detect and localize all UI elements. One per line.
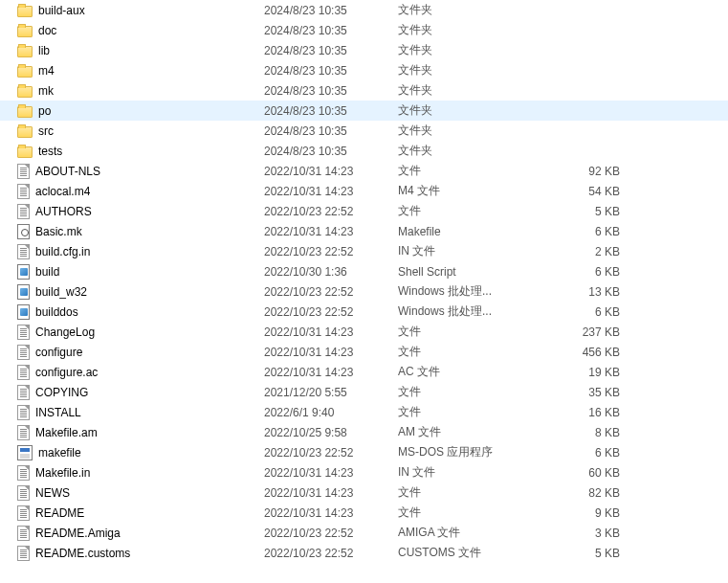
file-name: INSTALL	[35, 406, 81, 419]
file-row[interactable]: builddos2022/10/23 22:52Windows 批处理...6 …	[0, 302, 728, 322]
file-name-cell[interactable]: lib	[17, 44, 264, 57]
file-row[interactable]: Makefile.am2022/10/25 9:58AM 文件8 KB	[0, 422, 728, 442]
file-icon	[17, 385, 30, 400]
script-file-icon	[17, 284, 30, 300]
file-name-cell[interactable]: README	[17, 505, 264, 521]
file-icon	[17, 546, 30, 561]
file-name: mk	[38, 84, 54, 98]
file-size: 60 KB	[551, 466, 628, 480]
file-date: 2022/10/31 14:23	[264, 506, 398, 520]
file-row[interactable]: NEWS2022/10/31 14:23文件82 KB	[0, 482, 728, 503]
folder-icon	[17, 106, 33, 118]
file-date: 2022/10/23 22:52	[264, 305, 398, 319]
file-type: AM 文件	[398, 424, 551, 440]
file-row[interactable]: ChangeLog2022/10/31 14:23文件237 KB	[0, 322, 728, 342]
file-type: Shell Script	[398, 265, 551, 279]
file-row[interactable]: AUTHORS2022/10/23 22:52文件5 KB	[0, 201, 728, 221]
file-row[interactable]: README.customs2022/10/23 22:52CUSTOMS 文件…	[0, 543, 728, 563]
file-list[interactable]: build-aux2024/8/23 10:35文件夹doc2024/8/23 …	[0, 0, 728, 563]
file-name-cell[interactable]: configure.ac	[17, 365, 264, 380]
file-name: AUTHORS	[35, 205, 92, 218]
file-type: 文件	[398, 203, 551, 219]
file-row[interactable]: po2024/8/23 10:35文件夹	[0, 101, 728, 121]
file-size: 456 KB	[551, 346, 628, 359]
file-name-cell[interactable]: tests	[17, 145, 264, 158]
file-type: 文件夹	[398, 62, 551, 78]
file-name-cell[interactable]: Makefile.am	[17, 425, 264, 440]
file-name: lib	[38, 44, 50, 57]
file-size: 3 KB	[551, 527, 628, 540]
settings-file-icon	[17, 224, 30, 239]
file-type: 文件	[398, 484, 551, 501]
file-name-cell[interactable]: Basic.mk	[17, 224, 264, 239]
file-type: AMIGA 文件	[398, 525, 551, 541]
file-row[interactable]: README2022/10/31 14:23文件9 KB	[0, 503, 728, 523]
file-size: 92 KB	[551, 165, 628, 178]
file-name-cell[interactable]: po	[17, 104, 264, 118]
file-date: 2022/10/31 14:23	[264, 185, 398, 198]
file-type: 文件夹	[398, 123, 551, 139]
file-date: 2024/8/23 10:35	[264, 4, 398, 17]
file-row[interactable]: doc2024/8/23 10:35文件夹	[0, 20, 728, 40]
file-name-cell[interactable]: ChangeLog	[17, 325, 264, 340]
file-name-cell[interactable]: mk	[17, 84, 264, 98]
file-row[interactable]: m42024/8/23 10:35文件夹	[0, 60, 728, 80]
file-name-cell[interactable]: Makefile.in	[17, 465, 264, 481]
file-row[interactable]: Basic.mk2022/10/31 14:23Makefile6 KB	[0, 221, 728, 241]
file-name-cell[interactable]: m4	[17, 64, 264, 78]
file-row[interactable]: Makefile.in2022/10/31 14:23IN 文件60 KB	[0, 462, 728, 482]
file-row[interactable]: INSTALL2022/6/1 9:40文件16 KB	[0, 402, 728, 422]
file-type: 文件	[398, 384, 551, 400]
file-name: tests	[38, 145, 62, 158]
file-name-cell[interactable]: INSTALL	[17, 405, 264, 420]
file-icon	[17, 325, 30, 340]
file-row[interactable]: aclocal.m42022/10/31 14:23M4 文件54 KB	[0, 181, 728, 201]
file-row[interactable]: COPYING2021/12/20 5:55文件35 KB	[0, 382, 728, 402]
file-name: README.customs	[35, 547, 130, 560]
file-row[interactable]: lib2024/8/23 10:35文件夹	[0, 40, 728, 60]
file-size: 8 KB	[551, 426, 628, 439]
file-row[interactable]: configure2022/10/31 14:23文件456 KB	[0, 342, 728, 362]
file-type: Windows 批处理...	[398, 303, 551, 320]
file-name-cell[interactable]: src	[17, 124, 264, 138]
file-name-cell[interactable]: README.customs	[17, 546, 264, 561]
file-name: COPYING	[35, 386, 88, 399]
file-row[interactable]: makefile2022/10/23 22:52MS-DOS 应用程序6 KB	[0, 442, 728, 462]
file-row[interactable]: mk2024/8/23 10:35文件夹	[0, 80, 728, 101]
file-date: 2022/10/31 14:23	[264, 346, 398, 359]
file-name: build-aux	[38, 4, 85, 17]
file-type: 文件	[398, 505, 551, 521]
file-name-cell[interactable]: build_w32	[17, 284, 264, 300]
file-name-cell[interactable]: builddos	[17, 304, 264, 320]
file-row[interactable]: README.Amiga2022/10/23 22:52AMIGA 文件3 KB	[0, 523, 728, 543]
file-icon	[17, 526, 30, 541]
file-date: 2024/8/23 10:35	[264, 124, 398, 138]
file-name: Makefile.in	[35, 466, 90, 480]
file-name-cell[interactable]: NEWS	[17, 485, 264, 501]
file-name-cell[interactable]: configure	[17, 345, 264, 360]
file-name-cell[interactable]: build	[17, 264, 264, 280]
file-name-cell[interactable]: ABOUT-NLS	[17, 164, 264, 179]
file-row[interactable]: build.cfg.in2022/10/23 22:52IN 文件2 KB	[0, 241, 728, 261]
file-row[interactable]: ABOUT-NLS2022/10/31 14:23文件92 KB	[0, 161, 728, 181]
file-name-cell[interactable]: doc	[17, 24, 264, 37]
file-name-cell[interactable]: README.Amiga	[17, 526, 264, 541]
file-name: ABOUT-NLS	[35, 165, 100, 178]
file-row[interactable]: build2022/10/30 1:36Shell Script6 KB	[0, 261, 728, 281]
file-name-cell[interactable]: AUTHORS	[17, 204, 264, 219]
file-name-cell[interactable]: aclocal.m4	[17, 184, 264, 199]
file-row[interactable]: tests2024/8/23 10:35文件夹	[0, 141, 728, 161]
folder-icon	[17, 86, 33, 98]
file-name-cell[interactable]: build-aux	[17, 4, 264, 17]
file-row[interactable]: src2024/8/23 10:35文件夹	[0, 121, 728, 141]
file-row[interactable]: build_w322022/10/23 22:52Windows 批处理...1…	[0, 281, 728, 302]
file-row[interactable]: configure.ac2022/10/31 14:23AC 文件19 KB	[0, 362, 728, 382]
file-name-cell[interactable]: build.cfg.in	[17, 244, 264, 259]
file-name-cell[interactable]: makefile	[17, 445, 264, 460]
file-row[interactable]: build-aux2024/8/23 10:35文件夹	[0, 0, 728, 20]
file-name-cell[interactable]: COPYING	[17, 385, 264, 400]
file-type: 文件夹	[398, 2, 551, 18]
folder-icon	[17, 26, 33, 37]
file-date: 2021/12/20 5:55	[264, 386, 398, 399]
file-type: Makefile	[398, 225, 551, 238]
